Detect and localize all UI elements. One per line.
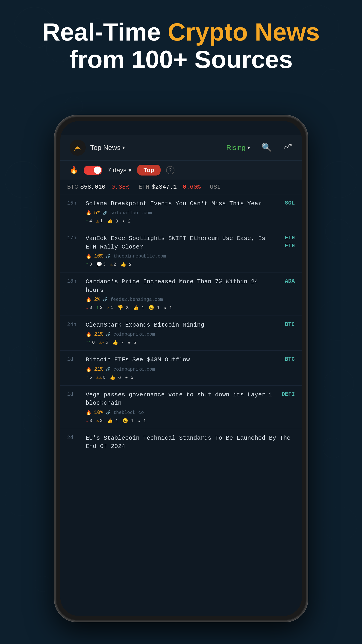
link-icon-3: 🔗 <box>103 297 108 302</box>
news-content-2: VanEck Exec Spotlights SWIFT Ethereum Us… <box>86 234 276 267</box>
stat-1-0: ↑ 4 <box>86 218 92 224</box>
tags-1: SOL <box>281 200 295 224</box>
toggle-switch[interactable] <box>84 166 102 175</box>
eth-change: -0.60% <box>179 184 201 190</box>
news-title-6: Vega passes governance vote to shut down… <box>86 391 276 408</box>
fire-3: 🔥 <box>86 297 92 302</box>
stat-1-2: 👍 3 <box>107 218 118 224</box>
news-title-4: CleanSpark Expands Bitcoin Mining <box>86 321 276 329</box>
ticker-bar: BTC $58,010 -0.38% ETH $2347.1 -0.60% US… <box>60 180 302 194</box>
link-icon-6: 🔗 <box>106 410 111 415</box>
header-line2: from 100+ Sources <box>69 45 293 73</box>
ticker-eth: ETH $2347.1 -0.60% <box>139 184 201 190</box>
link-icon-5: 🔗 <box>106 367 111 372</box>
stat-4-2: 👍 7 <box>112 340 124 345</box>
news-title-5: Bitcoin ETFs See $43M Outflow <box>86 356 276 364</box>
filter-bar: 🔥 7 days ▾ Top ? <box>60 160 302 180</box>
btc-price: $58,010 <box>80 184 105 190</box>
stat-6-1: ⚠ 3 <box>96 418 103 424</box>
rising-nav[interactable]: Rising ▾ <box>226 144 250 152</box>
source-4: coinpaprika.com <box>113 332 155 337</box>
stat-5-0: ↑ 6 <box>86 375 92 380</box>
news-meta-6: 🔥 10% 🔗 theblock.co <box>86 410 276 416</box>
top-button[interactable]: Top <box>137 165 161 176</box>
rising-label: Rising <box>226 144 245 152</box>
tags-2: ETH ETH <box>281 234 295 267</box>
app-logo <box>70 140 86 156</box>
stats-3: ↓ 3 ↑ 2 ⚠ 1 👎 3 👍 1 😐 1 ★ 1 <box>86 305 276 310</box>
stats-4: ↑↑ 8 ⚠⚠ 5 👍 7 ★ 5 <box>86 340 276 345</box>
news-title-2: VanEck Exec Spotlights SWIFT Ethereum Us… <box>86 234 276 251</box>
news-item-2[interactable]: 17h VanEck Exec Spotlights SWIFT Ethereu… <box>60 229 302 272</box>
pct-5: 21% <box>94 366 104 372</box>
news-item-6[interactable]: 1d Vega passes governance vote to shut d… <box>60 386 302 429</box>
stat-4-3: ★ 5 <box>128 340 136 345</box>
news-time-5: 1d <box>67 356 81 380</box>
days-arrow: ▾ <box>128 166 132 174</box>
stat-5-3: ★ 5 <box>125 374 133 380</box>
btc-name: BTC <box>67 184 78 190</box>
ticker-usi: USI <box>210 184 221 190</box>
stat-5-1: ⚠⚠ 6 <box>96 374 106 380</box>
phone-screen: Top News ▾ Rising ▾ 🔍 <box>60 121 302 616</box>
search-icon[interactable]: 🔍 <box>261 142 272 153</box>
usi-name: USI <box>210 184 221 190</box>
tag-4-btc: BTC <box>281 321 295 328</box>
status-bar <box>60 121 302 135</box>
stat-6-4: ★ 1 <box>138 418 146 424</box>
stat-6-3: 😐 1 <box>122 418 134 424</box>
stat-1-3: ★ 2 <box>122 218 131 224</box>
stats-6: ↓ 3 ⚠ 3 👍 1 😐 1 ★ 1 <box>86 418 276 424</box>
phone-shell: Top News ▾ Rising ▾ 🔍 <box>54 115 308 622</box>
tag-2-eth2: ETH <box>281 242 295 249</box>
tags-4: BTC <box>281 321 295 345</box>
stat-5-2: 👍 6 <box>110 374 121 380</box>
pct-4: 21% <box>94 332 104 337</box>
source-5: coinpaprika.com <box>113 367 155 372</box>
stat-4-0: ↑↑ 8 <box>86 340 95 345</box>
pct-1: 5% <box>94 210 100 216</box>
header-line1-orange: Crypto News <box>168 18 320 46</box>
news-title-7: EU's Stablecoin Technical Standards To B… <box>86 434 295 451</box>
days-label: 7 days <box>108 166 127 174</box>
tags-6: DEFI <box>281 391 295 424</box>
chart-icon[interactable] <box>283 142 293 153</box>
header-line1-white: Real-Time <box>42 18 168 46</box>
days-filter[interactable]: 7 days ▾ <box>108 166 132 174</box>
top-news-nav[interactable]: Top News ▾ <box>90 144 125 152</box>
news-time-4: 24h <box>67 321 81 345</box>
news-item-1[interactable]: 15h Solana Breakpoint Events You Can't M… <box>60 194 302 229</box>
stat-6-2: 👍 1 <box>107 418 118 424</box>
stat-3-6: ★ 1 <box>164 305 172 310</box>
tags-3: ADA <box>281 278 295 310</box>
source-3: feeds2.benzinga.com <box>110 297 163 302</box>
btc-change: -0.38% <box>108 184 130 190</box>
news-content-7: EU's Stablecoin Technical Standards To B… <box>86 434 295 453</box>
stats-2: ↑ 3 💬 3 ⚠ 2 👍 2 <box>86 262 276 267</box>
news-meta-2: 🔥 10% 🔗 thecoinrepublic.com <box>86 253 276 259</box>
news-content-1: Solana Breakpoint Events You Can't Miss … <box>86 200 276 224</box>
tag-6-defi: DEFI <box>281 391 295 397</box>
tag-3-ada: ADA <box>281 278 295 284</box>
help-button[interactable]: ? <box>166 166 174 174</box>
toggle-thumb <box>94 166 101 174</box>
header-section: Real-Time Crypto News from 100+ Sources <box>0 18 362 73</box>
news-content-4: CleanSpark Expands Bitcoin Mining 🔥 21% … <box>86 321 276 345</box>
news-meta-3: 🔥 2% 🔗 feeds2.benzinga.com <box>86 297 276 302</box>
fire-4: 🔥 <box>86 332 92 337</box>
news-item-3[interactable]: 18h Cardano's Price Increased More Than … <box>60 272 302 316</box>
news-item-4[interactable]: 24h CleanSpark Expands Bitcoin Mining 🔥 … <box>60 316 302 350</box>
source-2: thecoinrepublic.com <box>113 254 166 259</box>
tag-5-btc: BTC <box>281 356 295 362</box>
stat-3-4: 👍 1 <box>133 305 144 310</box>
news-meta-1: 🔥 5% 🔗 solanafloor.com <box>86 210 276 216</box>
news-item-7[interactable]: 2d EU's Stablecoin Technical Standards T… <box>60 429 302 458</box>
pct-2: 10% <box>94 253 104 259</box>
fire-6: 🔥 <box>86 410 92 416</box>
header-title: Real-Time Crypto News from 100+ Sources <box>19 18 343 73</box>
eth-price: $2347.1 <box>152 184 177 190</box>
news-time-6: 1d <box>67 391 81 424</box>
stat-3-0: ↓ 3 <box>86 305 92 310</box>
news-item-5[interactable]: 1d Bitcoin ETFs See $43M Outflow 🔥 21% 🔗… <box>60 350 302 385</box>
stat-2-3: 👍 2 <box>121 262 132 267</box>
